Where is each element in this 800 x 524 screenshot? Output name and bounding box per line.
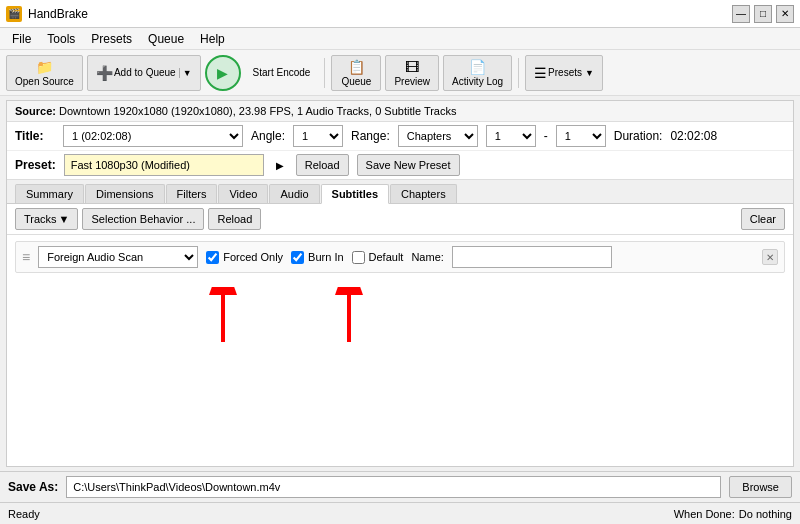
forced-only-label: Forced Only (223, 251, 283, 263)
add-queue-arrow[interactable]: ▼ (179, 68, 192, 78)
start-encode-button[interactable]: ▶ (205, 55, 241, 91)
tabs: Summary Dimensions Filters Video Audio S… (15, 180, 785, 203)
add-to-queue-button[interactable]: ➕ Add to Queue ▼ (87, 55, 201, 91)
activity-log-icon: 📄 (469, 59, 486, 75)
duration-label: Duration: (614, 129, 663, 143)
preset-row: Preset: ▶ Reload Save New Preset (7, 151, 793, 180)
track-name-input[interactable] (452, 246, 612, 268)
title-label: Title: (15, 129, 55, 143)
tab-video[interactable]: Video (218, 184, 268, 203)
tab-filters[interactable]: Filters (166, 184, 218, 203)
preview-button[interactable]: 🎞 Preview (385, 55, 439, 91)
name-label: Name: (411, 251, 443, 263)
when-done-value: Do nothing (739, 508, 792, 520)
save-as-label: Save As: (8, 480, 58, 494)
subtitles-toolbar: Tracks ▼ Selection Behavior ... Reload C… (7, 204, 793, 235)
preset-label: Preset: (15, 158, 56, 172)
menu-tools[interactable]: Tools (39, 30, 83, 48)
title-row: Title: 1 (02:02:08) Angle: 1 Range: Chap… (7, 122, 793, 151)
source-info: Source: Downtown 1920x1080 (1920x1080), … (7, 101, 793, 122)
chapter-start-select[interactable]: 1 (486, 125, 536, 147)
close-button[interactable]: ✕ (776, 5, 794, 23)
when-done-group: When Done: Do nothing (674, 508, 792, 520)
queue-icon: 📋 (348, 59, 365, 75)
red-arrow-1 (205, 287, 241, 342)
maximize-button[interactable]: □ (754, 5, 772, 23)
save-as-input[interactable] (66, 476, 721, 498)
presets-button[interactable]: ☰ Presets ▼ (525, 55, 603, 91)
clear-button[interactable]: Clear (741, 208, 785, 230)
tracks-arrow-icon: ▼ (59, 213, 70, 225)
open-source-icon: 📁 (36, 59, 53, 75)
browse-button[interactable]: Browse (729, 476, 792, 498)
forced-only-group: Forced Only (206, 251, 283, 264)
tabs-container: Summary Dimensions Filters Video Audio S… (7, 180, 793, 204)
angle-select[interactable]: 1 (293, 125, 343, 147)
reload-preset-button[interactable]: Reload (296, 154, 349, 176)
tab-audio[interactable]: Audio (269, 184, 319, 203)
menu-file[interactable]: File (4, 30, 39, 48)
duration-value: 02:02:08 (670, 129, 717, 143)
tab-summary[interactable]: Summary (15, 184, 84, 203)
default-label: Default (369, 251, 404, 263)
title-bar: 🎬 HandBrake — □ ✕ (0, 0, 800, 28)
red-arrow-2 (331, 287, 367, 342)
toolbar-separator-2 (518, 58, 519, 88)
app-title: HandBrake (28, 7, 88, 21)
save-as-row: Save As: Browse (0, 471, 800, 502)
table-row: ≡ Foreign Audio Scan Forced Only Burn In… (15, 241, 785, 273)
burn-in-label: Burn In (308, 251, 343, 263)
add-queue-icon: ➕ (96, 65, 113, 81)
tab-chapters[interactable]: Chapters (390, 184, 457, 203)
range-select[interactable]: Chapters (398, 125, 478, 147)
activity-log-button[interactable]: 📄 Activity Log (443, 55, 512, 91)
presets-icon: ☰ (534, 65, 547, 81)
save-new-preset-button[interactable]: Save New Preset (357, 154, 460, 176)
burn-in-group: Burn In (291, 251, 343, 264)
when-done-label: When Done: (674, 508, 735, 520)
menu-queue[interactable]: Queue (140, 30, 192, 48)
forced-only-checkbox[interactable] (206, 251, 219, 264)
track-source-select[interactable]: Foreign Audio Scan (38, 246, 198, 268)
toolbar-separator-1 (324, 58, 325, 88)
preset-input[interactable] (64, 154, 264, 176)
toolbar: 📁 Open Source ➕ Add to Queue ▼ ▶ Start E… (0, 50, 800, 96)
menu-presets[interactable]: Presets (83, 30, 140, 48)
menu-help[interactable]: Help (192, 30, 233, 48)
status-bar: Ready When Done: Do nothing (0, 502, 800, 524)
tab-dimensions[interactable]: Dimensions (85, 184, 164, 203)
track-area: ≡ Foreign Audio Scan Forced Only Burn In… (7, 235, 793, 466)
tab-subtitles[interactable]: Subtitles (321, 184, 389, 204)
chapter-end-select[interactable]: 1 (556, 125, 606, 147)
default-checkbox[interactable] (352, 251, 365, 264)
open-source-button[interactable]: 📁 Open Source (6, 55, 83, 91)
ready-status: Ready (8, 508, 40, 520)
title-select[interactable]: 1 (02:02:08) (63, 125, 243, 147)
start-encode-label: Start Encode (245, 55, 319, 91)
selection-behavior-button[interactable]: Selection Behavior ... (82, 208, 204, 230)
chapter-range-sep: - (544, 129, 548, 143)
presets-arrow: ▼ (585, 68, 594, 78)
queue-button[interactable]: 📋 Queue (331, 55, 381, 91)
main-panel: Source: Downtown 1920x1080 (1920x1080), … (6, 100, 794, 467)
angle-label: Angle: (251, 129, 285, 143)
remove-track-button[interactable]: ✕ (762, 249, 778, 265)
default-group: Default (352, 251, 404, 264)
range-label: Range: (351, 129, 390, 143)
burn-in-checkbox[interactable] (291, 251, 304, 264)
preview-icon: 🎞 (405, 59, 419, 75)
reload-subtitles-button[interactable]: Reload (208, 208, 261, 230)
tracks-button[interactable]: Tracks ▼ (15, 208, 78, 230)
minimize-button[interactable]: — (732, 5, 750, 23)
app-icon: 🎬 (6, 6, 22, 22)
preset-arrow-icon: ▶ (272, 160, 288, 171)
menu-bar: File Tools Presets Queue Help (0, 28, 800, 50)
drag-handle-icon[interactable]: ≡ (22, 249, 30, 265)
